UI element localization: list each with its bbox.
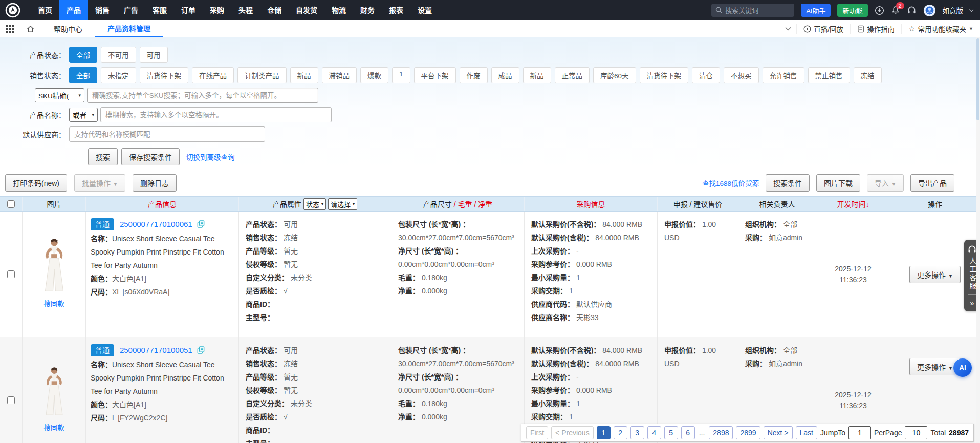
sales-status-chip[interactable]: 清仓 [692,67,720,83]
live-replay-link[interactable]: 直播/回放 [796,24,850,34]
col-header-dev-time-sort[interactable]: 开发时间↓ [816,197,890,211]
jumpto-input[interactable] [848,426,871,439]
sku-link[interactable]: 25000077170100051 [120,346,192,354]
new-feature-button[interactable]: 新功能 [837,4,867,17]
headset-support-icon[interactable] [907,6,917,15]
product-status-chip[interactable]: 全部 [69,47,97,63]
sales-status-chip[interactable]: 库龄60天 [593,67,636,83]
page-button[interactable]: 6 [681,426,695,439]
nav-item[interactable]: 物流 [324,0,353,20]
page-button[interactable]: 2899 [736,426,760,439]
sku-mode-select[interactable]: SKU精确(▾ [35,88,84,102]
scrollbar-thumb[interactable] [976,38,979,120]
product-name-input[interactable] [100,107,332,122]
favorites-menu[interactable]: ☆ 常用功能收藏夹 ▼ [901,24,980,34]
row-checkbox[interactable] [7,270,15,278]
nav-item[interactable]: 头程 [231,0,260,20]
nav-item[interactable]: 产品 [59,0,88,20]
col-header-purchase-info[interactable]: 采购信息 [525,197,658,211]
batch-operations-button[interactable]: 批量操作▼ [74,174,125,192]
name-match-mode-select[interactable]: 或者▾ [69,108,98,122]
sales-status-chip[interactable]: 成品 [491,67,519,83]
operation-guide-link[interactable]: 操作指南 [850,24,901,34]
nav-item[interactable]: 设置 [410,0,439,20]
image-download-button[interactable]: 图片下载 [816,174,860,192]
nav-item[interactable]: 销售 [88,0,117,20]
page-button[interactable]: 3 [630,426,644,439]
sales-status-chip[interactable]: 禁止销售 [808,67,850,83]
notification-bell-icon[interactable]: 2 [891,6,900,15]
export-products-button[interactable]: 导出产品 [910,174,954,192]
nav-item[interactable]: 首页 [31,0,59,20]
home-icon[interactable] [20,20,41,37]
nav-item[interactable]: 财务 [353,0,382,20]
sales-status-chip[interactable]: 全部 [69,67,97,83]
nav-item[interactable]: 仓储 [260,0,289,20]
expand-panel-button[interactable]: » [970,299,974,308]
attr-choose-select[interactable]: 请选择▾ [328,198,357,210]
sales-status-chip[interactable]: 爆款 [360,67,388,83]
previous-page-button[interactable]: < Previous [551,426,594,439]
tab-help-center[interactable]: 帮助中心 [41,20,95,37]
copy-icon[interactable] [197,346,205,354]
product-image[interactable] [34,366,75,419]
user-avatar[interactable] [923,4,936,17]
sales-status-chip[interactable]: 正常品 [555,67,590,83]
select-all-checkbox[interactable] [7,200,15,208]
nav-item[interactable]: 客服 [145,0,174,20]
nav-item[interactable]: 订单 [174,0,203,20]
find-1688-source-link[interactable]: 查找1688低价货源 [702,178,759,188]
page-button[interactable]: 4 [647,426,661,439]
sales-status-chip[interactable]: 新品 [523,67,551,83]
last-page-button[interactable]: Last [796,426,817,439]
nav-item[interactable]: 自发货 [289,0,324,20]
sales-status-chip[interactable]: 清货待下架 [640,67,689,83]
search-button[interactable]: 搜索 [88,148,118,165]
sales-status-chip[interactable]: 在线产品 [192,67,234,83]
next-page-button[interactable]: Next > [764,426,793,439]
attr-status-select[interactable]: 状态▾ [303,198,326,210]
more-actions-button[interactable]: 更多操作▼ [909,266,961,283]
chevron-down-icon[interactable] [969,7,973,11]
col-header-size-weight[interactable]: 产品尺寸 / 毛重 / 净重 [391,197,525,211]
more-actions-button[interactable]: 更多操作▼ [909,358,961,375]
delete-log-button[interactable]: 删除日志 [133,174,177,192]
search-same-style-link[interactable]: 搜同款 [43,298,64,311]
sales-status-chip[interactable]: 订制类产品 [237,67,287,83]
app-logo-icon[interactable] [5,3,20,18]
sku-link[interactable]: 25000077170100061 [120,220,192,228]
nav-item[interactable]: 报表 [382,0,410,20]
product-image[interactable] [32,238,77,296]
product-status-chip[interactable]: 可用 [140,47,168,63]
save-search-button[interactable]: 保存搜索条件 [121,148,180,165]
page-button[interactable]: 2898 [709,426,733,439]
sales-status-chip[interactable]: 新品 [290,67,318,83]
sales-status-chip[interactable]: 1 [392,67,410,83]
sales-status-chip[interactable]: 冻结 [854,67,882,83]
version-label[interactable]: 如意版 [943,5,964,15]
page-button[interactable]: 1 [597,426,611,439]
nav-item[interactable]: 采购 [203,0,231,20]
sales-status-chip[interactable]: 允许销售 [763,67,804,83]
perpage-input[interactable] [905,426,927,439]
copy-icon[interactable] [197,220,205,228]
page-button[interactable]: 5 [664,426,678,439]
collapse-chevron-icon[interactable] [780,25,796,32]
sales-status-chip[interactable]: 滞销品 [322,67,357,83]
sales-status-chip[interactable]: 清货待下架 [140,67,189,83]
sales-status-chip[interactable]: 不想买 [724,67,759,83]
search-conditions-button[interactable]: 搜索条件 [766,174,810,192]
advanced-query-link[interactable]: 切换到高级查询 [186,152,235,162]
default-supplier-input[interactable] [69,126,265,142]
first-page-button[interactable]: First [526,426,548,439]
global-search-input[interactable] [711,4,794,17]
search-same-style-link[interactable]: 搜同款 [43,421,64,435]
col-header-product-info[interactable]: 产品信息 [86,197,239,211]
vertical-scrollbar[interactable] [976,37,980,443]
product-status-chip[interactable]: 不可用 [101,47,136,63]
apps-grid-icon[interactable] [0,20,20,37]
row-checkbox[interactable] [7,396,15,404]
sales-status-chip[interactable]: 作废 [460,67,488,83]
import-button[interactable]: 导入▼ [867,174,904,192]
ai-assistant-button[interactable]: AI助手 [801,4,831,17]
